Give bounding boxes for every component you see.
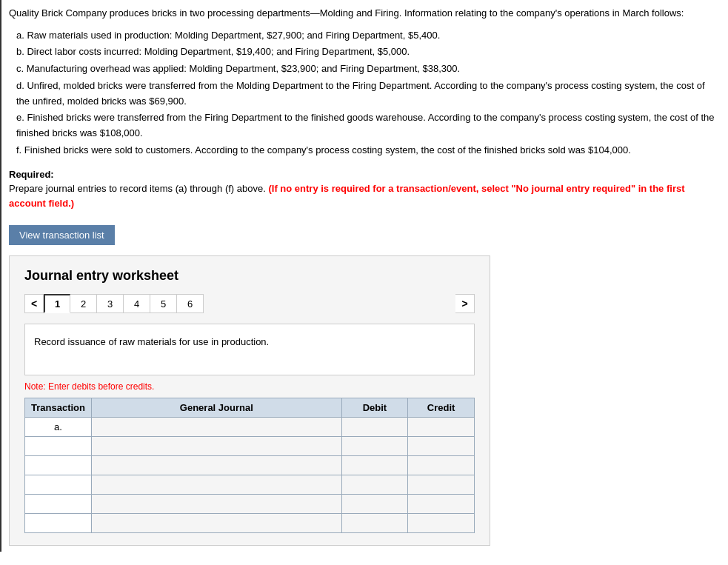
transaction-cell bbox=[25, 456, 92, 475]
debit-input[interactable] bbox=[342, 514, 408, 532]
table-row: a. bbox=[25, 418, 475, 437]
credit-input[interactable] bbox=[408, 495, 474, 513]
col-credit: Credit bbox=[408, 398, 475, 418]
debit-cell[interactable] bbox=[341, 437, 408, 456]
debit-cell[interactable] bbox=[341, 495, 408, 514]
credit-cell[interactable] bbox=[408, 418, 475, 437]
item-c: c. Manufacturing overhead was applied: M… bbox=[16, 61, 721, 77]
tab-1[interactable]: 1 bbox=[44, 294, 70, 313]
col-transaction: Transaction bbox=[25, 398, 92, 418]
general-journal-cell[interactable] bbox=[91, 418, 341, 437]
debit-cell[interactable] bbox=[341, 475, 408, 495]
table-row bbox=[25, 514, 475, 533]
transaction-cell bbox=[25, 495, 92, 514]
debit-input[interactable] bbox=[342, 495, 408, 513]
col-debit: Debit bbox=[341, 398, 408, 418]
credit-input[interactable] bbox=[408, 437, 474, 455]
tab-2[interactable]: 2 bbox=[70, 294, 97, 313]
view-transaction-list-button[interactable]: View transaction list bbox=[9, 225, 115, 245]
tab-6[interactable]: 6 bbox=[177, 294, 204, 313]
general-journal-cell[interactable] bbox=[91, 456, 341, 475]
general-journal-cell[interactable] bbox=[91, 437, 341, 456]
debit-cell[interactable] bbox=[341, 456, 408, 475]
credit-input[interactable] bbox=[408, 456, 474, 475]
transaction-cell: a. bbox=[25, 418, 92, 437]
required-label: Required: bbox=[9, 169, 54, 180]
credit-cell[interactable] bbox=[408, 495, 475, 514]
general-journal-cell[interactable] bbox=[91, 475, 341, 495]
general-journal-input[interactable] bbox=[92, 475, 341, 494]
intro-text: Quality Brick Company produces bricks in… bbox=[9, 6, 721, 21]
debit-input[interactable] bbox=[342, 475, 408, 494]
tab-4[interactable]: 4 bbox=[124, 294, 150, 313]
debit-cell[interactable] bbox=[341, 418, 408, 437]
general-journal-input[interactable] bbox=[92, 514, 341, 532]
item-b: b. Direct labor costs incurred: Molding … bbox=[16, 44, 721, 60]
general-journal-cell[interactable] bbox=[91, 495, 341, 514]
debit-input[interactable] bbox=[342, 437, 408, 455]
required-instruction-plain: Prepare journal entries to record items … bbox=[9, 183, 268, 194]
general-journal-input[interactable] bbox=[92, 418, 341, 436]
table-row bbox=[25, 495, 475, 514]
instruction-text: Record issuance of raw materials for use… bbox=[34, 336, 269, 347]
note-text: Note: Enter debits before credits. bbox=[24, 381, 475, 392]
worksheet-title: Journal entry worksheet bbox=[24, 268, 475, 284]
debit-input[interactable] bbox=[342, 418, 408, 436]
nav-tabs-row: < 1 2 3 4 5 6 > bbox=[24, 294, 475, 313]
general-journal-input[interactable] bbox=[92, 456, 341, 475]
table-row bbox=[25, 475, 475, 495]
worksheet-container: Journal entry worksheet < 1 2 3 4 5 6 > … bbox=[9, 255, 490, 546]
instruction-box: Record issuance of raw materials for use… bbox=[24, 324, 475, 375]
transaction-cell bbox=[25, 514, 92, 533]
debit-input[interactable] bbox=[342, 456, 408, 475]
prev-arrow[interactable]: < bbox=[24, 294, 44, 313]
item-f: f. Finished bricks were sold to customer… bbox=[16, 143, 721, 158]
required-section: Required: Prepare journal entries to rec… bbox=[9, 167, 721, 211]
table-row bbox=[25, 456, 475, 475]
items-list: a. Raw materials used in production: Mol… bbox=[16, 28, 721, 158]
general-journal-input[interactable] bbox=[92, 495, 341, 513]
credit-cell[interactable] bbox=[408, 475, 475, 495]
credit-cell[interactable] bbox=[408, 514, 475, 533]
journal-table: Transaction General Journal Debit Credit… bbox=[24, 398, 475, 533]
item-e: e. Finished bricks were transferred from… bbox=[16, 110, 721, 141]
general-journal-cell[interactable] bbox=[91, 514, 341, 533]
item-a: a. Raw materials used in production: Mol… bbox=[16, 28, 721, 44]
credit-cell[interactable] bbox=[408, 456, 475, 475]
general-journal-input[interactable] bbox=[92, 437, 341, 455]
credit-input[interactable] bbox=[408, 514, 474, 532]
tab-3[interactable]: 3 bbox=[97, 294, 124, 313]
credit-cell[interactable] bbox=[408, 437, 475, 456]
transaction-cell bbox=[25, 475, 92, 495]
col-general-journal: General Journal bbox=[91, 398, 341, 418]
credit-input[interactable] bbox=[408, 475, 474, 494]
next-arrow[interactable]: > bbox=[455, 294, 475, 313]
tab-5[interactable]: 5 bbox=[150, 294, 177, 313]
debit-cell[interactable] bbox=[341, 514, 408, 533]
table-row bbox=[25, 437, 475, 456]
credit-input[interactable] bbox=[408, 418, 474, 436]
transaction-cell bbox=[25, 437, 92, 456]
item-d: d. Unfired, molded bricks were transferr… bbox=[16, 78, 721, 110]
